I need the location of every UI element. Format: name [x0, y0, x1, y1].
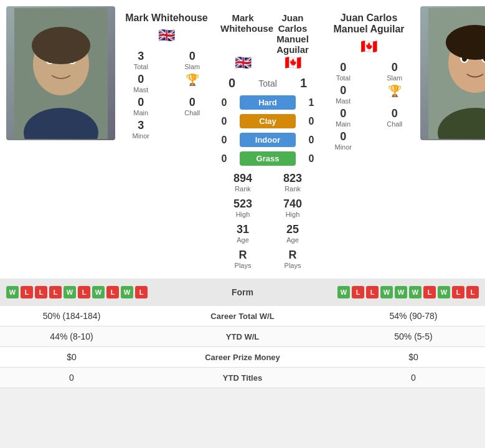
prize-money-left: $0: [9, 352, 134, 362]
left-trophy-icon: 🏆: [170, 73, 215, 93]
right-player-info: Juan Carlos Manuel Aguilar 🇨🇦 0 Total 0 …: [318, 6, 420, 272]
right-stat-total: 0 Total: [321, 61, 366, 82]
indoor-left-score: 0: [218, 135, 230, 146]
left-form-l1: L: [21, 286, 33, 298]
career-total-row: 50% (184-184) Career Total W/L 54% (90-7…: [0, 306, 485, 326]
surface-rows: 0 Hard 1 0 Clay 0 0 Indoor 0 0 Grass: [218, 94, 318, 167]
ytd-titles-right: 0: [351, 373, 476, 383]
center-panel: Mark Whitehouse Juan Carlos Manuel Aguil…: [218, 6, 318, 272]
right-form-badges: W L L W W W L W L L: [337, 286, 479, 298]
right-form-l4: L: [452, 286, 464, 298]
left-rank-stat: 894 Rank: [233, 172, 252, 193]
ytd-titles-left: 0: [9, 373, 134, 383]
right-stat-main: 0 Main: [321, 107, 366, 128]
center-right-flag: 🇨🇦: [270, 55, 315, 71]
left-form-l3: L: [49, 286, 62, 298]
ytd-wl-row: 44% (8-10) YTD W/L 50% (5-5): [0, 326, 485, 347]
right-high-stat: 740 High: [283, 198, 302, 218]
left-player-flag: 🇬🇧: [158, 27, 175, 44]
ytd-titles-row: 0 YTD Titles 0: [0, 368, 485, 388]
right-stats-grid: 0 Total 0 Slam 0 Mast 🏆 0 Main: [321, 61, 417, 151]
right-stat-chall: 0 Chall: [372, 107, 418, 128]
ytd-wl-label: YTD W/L: [134, 332, 351, 341]
right-player-flag: 🇨🇦: [360, 39, 377, 55]
right-form-w4: W: [409, 286, 421, 298]
center-left-name: Mark Whitehouse: [220, 12, 265, 55]
main-container: Mark Whitehouse 🇬🇧 3 Total 0 Slam 0 Mast…: [0, 0, 485, 388]
indoor-badge: Indoor: [240, 133, 296, 147]
left-form-l6: L: [135, 286, 148, 298]
right-form-w3: W: [395, 286, 407, 298]
left-total-score: 0: [224, 76, 240, 90]
surface-row-grass: 0 Grass 0: [218, 150, 318, 167]
form-section: W L L L W L W L W L Form W L L W W W L W: [0, 279, 485, 306]
right-plays-stat: R Plays: [285, 249, 301, 269]
clay-right-score: 0: [305, 116, 318, 127]
right-form-l5: L: [466, 286, 479, 298]
left-form-l5: L: [106, 286, 119, 298]
form-label: Form: [193, 287, 293, 297]
left-high-stat: 523 High: [233, 198, 252, 218]
clay-badge: Clay: [240, 114, 296, 128]
career-total-right: 54% (90-78): [351, 311, 476, 321]
left-stat-total: 3 Total: [118, 50, 164, 70]
prize-money-label: Career Prize Money: [134, 353, 351, 362]
stats-table: 50% (184-184) Career Total W/L 54% (90-7…: [0, 306, 485, 388]
grass-badge: Grass: [240, 151, 296, 166]
right-form-l1: L: [352, 286, 364, 298]
left-stat-mast: 0 Mast: [118, 73, 164, 93]
center-left-flag: 🇬🇧: [220, 55, 265, 71]
left-form-w4: W: [121, 286, 133, 298]
left-photo-placeholder: [6, 6, 115, 140]
right-age-stat: 25 Age: [286, 223, 299, 244]
right-form-l2: L: [366, 286, 379, 298]
center-stats: 894 Rank 523 High 31 Age R Plays: [218, 172, 318, 269]
left-form-w1: W: [6, 286, 19, 298]
top-section: Mark Whitehouse 🇬🇧 3 Total 0 Slam 0 Mast…: [0, 0, 485, 279]
right-photo-placeholder: [420, 6, 485, 140]
career-total-left: 50% (184-184): [9, 311, 134, 321]
svg-point-7: [32, 27, 90, 64]
ytd-wl-right: 50% (5-5): [351, 331, 476, 341]
indoor-right-score: 0: [305, 135, 318, 146]
right-rank-stat: 823 Rank: [283, 172, 302, 193]
surface-row-hard: 0 Hard 1: [218, 94, 318, 111]
hard-badge: Hard: [240, 95, 296, 110]
right-form-l3: L: [423, 286, 436, 298]
surface-row-indoor: 0 Indoor 0: [218, 131, 318, 148]
prize-money-row: $0 Career Prize Money $0: [0, 347, 485, 368]
left-stat-main: 0 Main: [118, 96, 164, 117]
left-age-stat: 31 Age: [237, 223, 249, 244]
left-stats-grid: 3 Total 0 Slam 0 Mast 🏆 0 Main: [118, 50, 215, 140]
right-form-w2: W: [380, 286, 393, 298]
ytd-titles-label: YTD Titles: [134, 373, 351, 383]
prize-money-right: $0: [351, 352, 476, 362]
grass-left-score: 0: [218, 153, 230, 164]
right-form-w1: W: [337, 286, 350, 298]
center-right-name: Juan Carlos Manuel Aguilar: [270, 12, 315, 55]
right-stat-mast: 0 Mast: [321, 84, 366, 105]
left-stat-minor: 3 Minor: [118, 119, 164, 140]
hard-left-score: 0: [218, 97, 230, 108]
right-stat-minor: 0 Minor: [321, 130, 366, 151]
left-stat-slam: 0 Slam: [170, 50, 215, 70]
left-form-w3: W: [92, 286, 105, 298]
left-stat-chall: 0 Chall: [170, 96, 215, 117]
ytd-wl-left: 44% (8-10): [9, 331, 134, 341]
right-form-w5: W: [438, 286, 450, 298]
right-total-score: 1: [296, 76, 311, 90]
left-form-l2: L: [35, 286, 47, 298]
left-player-name: Mark Whitehouse: [125, 12, 207, 24]
left-player-photo: [6, 6, 115, 140]
surface-row-clay: 0 Clay 0: [218, 113, 318, 130]
grass-right-score: 0: [305, 153, 318, 164]
total-row: 0 Total 1: [218, 76, 318, 90]
career-total-label: Career Total W/L: [134, 312, 351, 321]
right-center-stats: 823 Rank 740 High 25 Age R Plays: [268, 172, 318, 269]
left-form-l4: L: [78, 286, 90, 298]
left-player-info: Mark Whitehouse 🇬🇧 3 Total 0 Slam 0 Mast…: [115, 6, 218, 272]
right-player-photo: [420, 6, 485, 140]
player-names-row: Mark Whitehouse Juan Carlos Manuel Aguil…: [218, 9, 318, 55]
form-row: W L L L W L W L W L Form W L L W W W L W: [6, 284, 479, 301]
left-plays-stat: R Plays: [235, 249, 252, 269]
